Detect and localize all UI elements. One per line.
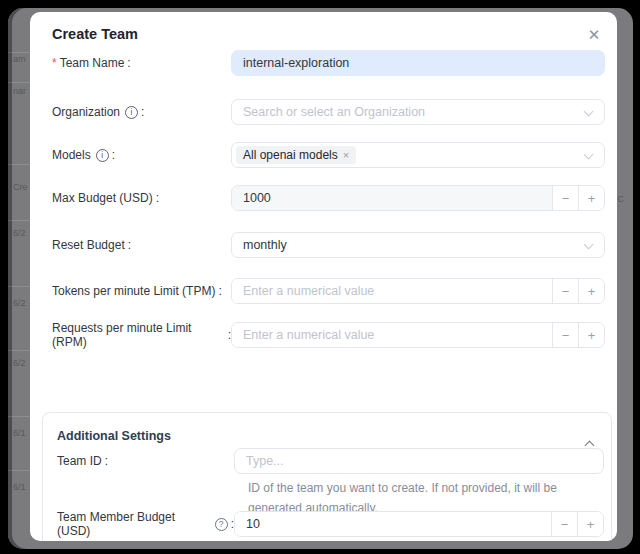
max-budget-stepper: − + <box>231 185 605 211</box>
max-budget-input[interactable] <box>232 186 552 210</box>
increment-button[interactable]: + <box>578 186 604 210</box>
team-id-row: Team ID : <box>57 448 604 474</box>
bg-text-fragment: 6/1 <box>13 482 26 492</box>
max-budget-row: Max Budget (USD) : − + <box>52 185 605 211</box>
bg-text-fragment: nar <box>13 86 26 96</box>
bg-text-fragment: 6/2 <box>13 228 26 238</box>
bg-text-fragment: 6/1 <box>13 428 26 438</box>
team-name-input[interactable] <box>231 50 605 76</box>
rpm-label: Requests per minute Limit (RPM) : <box>52 321 231 349</box>
tag-remove-icon[interactable]: × <box>343 149 349 161</box>
member-budget-label: Team Member Budget (USD) ? : <box>57 510 234 538</box>
team-id-label: Team ID : <box>57 454 234 468</box>
models-select[interactable]: All openai models × <box>231 142 605 168</box>
reset-budget-value: monthly <box>243 238 287 252</box>
additional-settings-title: Additional Settings <box>57 429 171 443</box>
max-budget-label: Max Budget (USD) : <box>52 191 231 205</box>
tpm-row: Tokens per minute Limit (TPM) : − + <box>52 278 605 304</box>
bg-text-fragment: C <box>618 194 625 204</box>
organization-row: Organization i : Search or select an Org… <box>52 99 605 125</box>
bg-text-fragment: 6/2 <box>13 358 26 368</box>
model-tag: All openai models × <box>236 146 356 164</box>
bg-text-fragment: Cre <box>13 182 28 192</box>
close-icon[interactable]: ✕ <box>583 24 605 46</box>
decrement-button[interactable]: − <box>552 323 578 347</box>
organization-placeholder: Search or select an Organization <box>243 105 425 119</box>
increment-button[interactable]: + <box>577 512 603 536</box>
models-row: Models i : All openai models × <box>52 142 605 168</box>
tpm-input[interactable] <box>232 279 552 303</box>
bg-text-fragment: am <box>13 54 26 64</box>
decrement-button[interactable]: − <box>551 512 577 536</box>
models-label: Models i : <box>52 148 231 162</box>
collapse-toggle[interactable] <box>575 429 597 443</box>
member-budget-input[interactable] <box>235 512 551 536</box>
reset-budget-select[interactable]: monthly <box>231 232 605 258</box>
question-icon[interactable]: ? <box>215 518 228 531</box>
member-budget-row: Team Member Budget (USD) ? : − + <box>57 511 604 537</box>
team-name-row: * Team Name : <box>52 50 605 76</box>
reset-budget-row: Reset Budget : monthly <box>52 232 605 258</box>
create-team-modal: Create Team ✕ * Team Name : Organization… <box>30 12 617 541</box>
info-icon[interactable]: i <box>96 149 109 162</box>
reset-budget-label: Reset Budget : <box>52 238 231 252</box>
rpm-row: Requests per minute Limit (RPM) : − + <box>52 322 605 348</box>
member-budget-stepper: − + <box>234 511 604 537</box>
team-id-input[interactable] <box>234 448 604 474</box>
rpm-input[interactable] <box>232 323 552 347</box>
increment-button[interactable]: + <box>578 279 604 303</box>
team-name-label: * Team Name : <box>52 56 231 70</box>
organization-select[interactable]: Search or select an Organization <box>231 99 605 125</box>
tpm-stepper: − + <box>231 278 605 304</box>
rpm-stepper: − + <box>231 322 605 348</box>
tpm-label: Tokens per minute Limit (TPM) : <box>52 284 231 298</box>
modal-title: Create Team <box>52 26 138 42</box>
model-tag-label: All openai models <box>243 148 338 162</box>
increment-button[interactable]: + <box>578 323 604 347</box>
decrement-button[interactable]: − <box>552 186 578 210</box>
decrement-button[interactable]: − <box>552 279 578 303</box>
info-icon[interactable]: i <box>125 106 138 119</box>
additional-settings-panel: Additional Settings Team ID : ID of the … <box>42 412 612 541</box>
bg-text-fragment: 6/2 <box>13 298 26 308</box>
screen: am nar Cre 6/2 6/2 6/2 6/1 6/1 C Create … <box>0 0 640 554</box>
required-asterisk: * <box>52 56 57 70</box>
organization-label: Organization i : <box>52 105 231 119</box>
